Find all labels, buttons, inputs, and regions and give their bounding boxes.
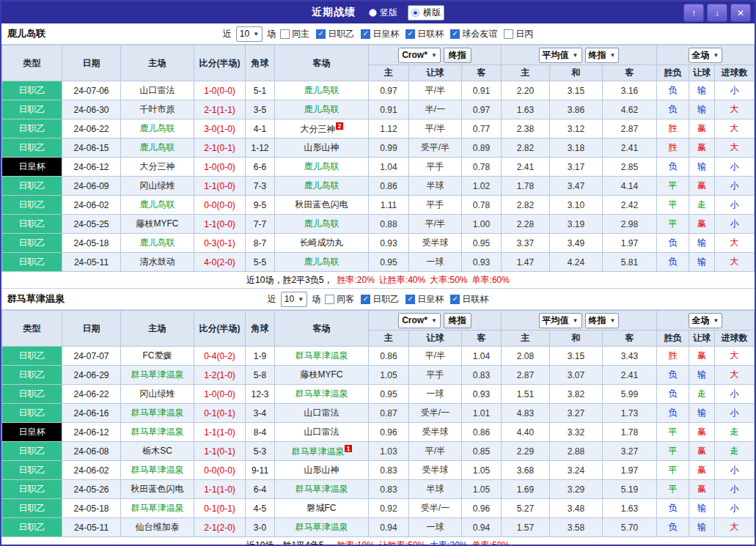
home-team-cell: 群马草津温泉 <box>121 366 194 385</box>
final-index-button[interactable]: 终指 <box>444 313 471 328</box>
filter-checkbox[interactable]: ✓日职乙 <box>361 293 399 306</box>
team-name[interactable]: 冈山绿雉 <box>140 180 175 191</box>
filter-checkbox[interactable]: ✓球会友谊 <box>450 28 497 40</box>
team-name[interactable]: 山形山神 <box>304 465 340 475</box>
team-name[interactable]: 山口雷法 <box>140 85 175 95</box>
team-name[interactable]: 鹿儿岛联 <box>140 123 175 133</box>
team-name[interactable]: 磐城FC <box>307 503 337 513</box>
scroll-up-button[interactable]: ↑ <box>683 4 704 22</box>
odds-away: 0.93 <box>462 253 502 272</box>
home-team-cell: 鹿儿岛联 <box>121 139 194 158</box>
filter-checkbox[interactable]: ✓日联杯 <box>405 28 444 40</box>
footer-stat: 让胜率:50% <box>379 539 425 546</box>
odds-away: 0.78 <box>462 196 502 215</box>
team-name[interactable]: 鹿儿岛联 <box>140 237 175 248</box>
average-final-select[interactable]: 终指▼ <box>585 48 620 63</box>
team-name[interactable]: 群马草津温泉 <box>131 503 184 513</box>
result-handicap: 走 <box>689 385 715 404</box>
team-name[interactable]: 群马草津温泉 <box>131 369 184 380</box>
filter-checkbox[interactable]: 同客 <box>325 293 354 306</box>
radio-selected-icon[interactable] <box>411 9 419 17</box>
team-name[interactable]: 秋田蓝色闪电 <box>296 199 348 210</box>
final-index-button[interactable]: 终指 <box>444 48 471 63</box>
match-count-select[interactable]: 10▼ <box>236 26 263 42</box>
scope-select[interactable]: 全场▼ <box>689 48 723 63</box>
odds-source-select[interactable]: Crow*▼ <box>398 313 441 328</box>
odds-home: 1.04 <box>369 158 409 177</box>
checkbox-unchecked-icon[interactable] <box>280 29 290 39</box>
checkbox-checked-icon[interactable]: ✓ <box>450 295 460 304</box>
odds-home: 0.91 <box>369 100 409 119</box>
radio-icon[interactable] <box>369 9 377 17</box>
checkbox-checked-icon[interactable]: ✓ <box>405 295 415 304</box>
team-name[interactable]: 群马草津温泉 <box>291 446 344 457</box>
team-name[interactable]: 鹿儿岛联 <box>304 104 340 114</box>
score-cell: 1-1(1-0) <box>194 423 246 442</box>
layout-radio[interactable]: 竖版 <box>369 7 397 19</box>
checkbox-unchecked-icon[interactable] <box>504 29 513 39</box>
team-name[interactable]: 群马草津温泉 <box>296 388 348 399</box>
filter-checkbox[interactable]: 日丙 <box>504 28 533 40</box>
team-name[interactable]: 鹿儿岛联 <box>304 218 340 229</box>
filter-checkbox-label: 日联杯 <box>417 28 444 40</box>
team-name[interactable]: 大分三神 <box>300 124 335 134</box>
checkbox-checked-icon[interactable]: ✓ <box>361 29 370 39</box>
match-row: 日职乙 24-05-18 群马草津温泉 0-1(0-1) 4-5 磐城FC 0.… <box>2 499 755 518</box>
team-name[interactable]: 千叶市原 <box>140 104 175 114</box>
team-name[interactable]: 清水鼓动 <box>140 257 175 267</box>
filter-checkbox[interactable]: ✓日职乙 <box>316 28 354 40</box>
team-name[interactable]: 山口雷法 <box>304 407 340 418</box>
team-name[interactable]: 长崎成功丸 <box>300 237 344 248</box>
team-name[interactable]: 鹿儿岛联 <box>140 199 175 210</box>
team-name[interactable]: 鹿儿岛联 <box>140 142 175 152</box>
filter-checkbox[interactable]: ✓日联杯 <box>450 293 488 306</box>
result-winloss: 负 <box>657 518 689 537</box>
team-name[interactable]: FC爱媛 <box>143 350 172 361</box>
team-name[interactable]: 鹿儿岛联 <box>304 85 340 95</box>
team-name[interactable]: 藤枝MYFC <box>301 369 343 380</box>
checkbox-checked-icon[interactable]: ✓ <box>405 29 415 39</box>
filter-checkbox[interactable]: 同主 <box>280 28 309 40</box>
average-final-select[interactable]: 终指▼ <box>585 313 620 328</box>
games-label: 场 <box>267 28 276 40</box>
team-name[interactable]: 鹿儿岛联 <box>304 257 340 267</box>
team-name[interactable]: 仙台维加泰 <box>136 522 180 532</box>
match-row: 日职乙 24-05-11 仙台维加泰 2-1(2-0) 3-0 群马草津温泉 0… <box>2 518 755 537</box>
team-name[interactable]: 大分三神 <box>140 161 175 171</box>
team-name[interactable]: 群马草津温泉 <box>296 522 348 532</box>
result-handicap: 输 <box>689 253 715 272</box>
home-team-cell: 群马草津温泉 <box>121 499 194 518</box>
scope-select[interactable]: 全场▼ <box>689 313 723 328</box>
team-name[interactable]: 秋田蓝色闪电 <box>131 484 184 494</box>
filter-checkbox[interactable]: ✓日皇杯 <box>405 293 444 306</box>
checkbox-checked-icon[interactable]: ✓ <box>316 29 326 39</box>
checkbox-checked-icon[interactable]: ✓ <box>450 29 460 39</box>
team-name[interactable]: 山口雷法 <box>304 427 340 437</box>
close-button[interactable]: ✕ <box>730 4 751 22</box>
filter-checkbox[interactable]: ✓日皇杯 <box>361 28 399 40</box>
team-name[interactable]: 群马草津温泉 <box>296 484 348 494</box>
team-name[interactable]: 冈山绿雉 <box>140 388 175 399</box>
odds-handicap: 受半/一 <box>409 499 462 518</box>
scroll-down-button[interactable]: ↓ <box>707 4 727 22</box>
team-name[interactable]: 群马草津温泉 <box>131 407 184 418</box>
match-count-select[interactable]: 10▼ <box>281 292 307 307</box>
avg-home: 2.41 <box>502 158 550 177</box>
team-name[interactable]: 群马草津温泉 <box>296 350 348 361</box>
team-name[interactable]: 鹿儿岛联 <box>304 161 340 171</box>
team-name[interactable]: 群马草津温泉 <box>131 465 184 475</box>
team-name[interactable]: 群马草津温泉 <box>131 427 184 437</box>
checkbox-unchecked-icon[interactable] <box>325 295 334 304</box>
average-select[interactable]: 平均值▼ <box>539 313 582 328</box>
team-name[interactable]: 鹿儿岛联 <box>304 180 340 191</box>
layout-radio[interactable]: 横版 <box>408 5 444 21</box>
average-select[interactable]: 平均值▼ <box>539 48 582 63</box>
checkbox-checked-icon[interactable]: ✓ <box>361 295 370 304</box>
team-name[interactable]: 栃木SC <box>142 446 172 456</box>
team-name[interactable]: 藤枝MYFC <box>136 218 179 229</box>
avg-home: 3.68 <box>502 461 550 480</box>
corner-cell: 8-7 <box>246 234 275 253</box>
section-header-bar: 群马草津温泉 近 10▼ 场 同客✓日职乙✓日皇杯✓日联杯 <box>1 289 755 310</box>
team-name[interactable]: 山形山神 <box>304 142 340 152</box>
odds-source-select[interactable]: Crow*▼ <box>398 48 441 63</box>
